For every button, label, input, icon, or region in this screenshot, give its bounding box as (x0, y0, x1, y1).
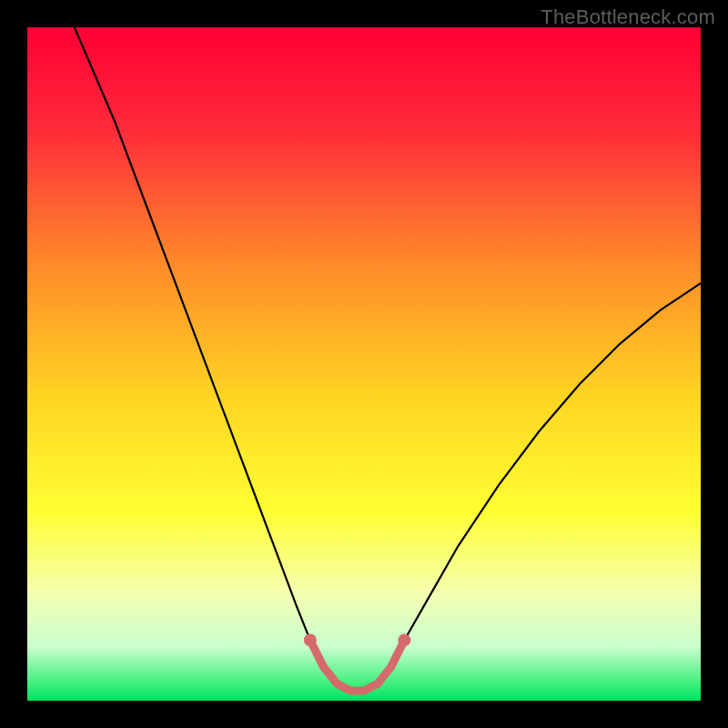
chart-svg (27, 27, 701, 701)
marker-left (304, 633, 317, 646)
chart-frame: TheBottleneck.com (0, 0, 728, 728)
watermark-text: TheBottleneck.com (541, 5, 715, 29)
marker-right (398, 633, 410, 646)
plot-area (27, 27, 701, 701)
